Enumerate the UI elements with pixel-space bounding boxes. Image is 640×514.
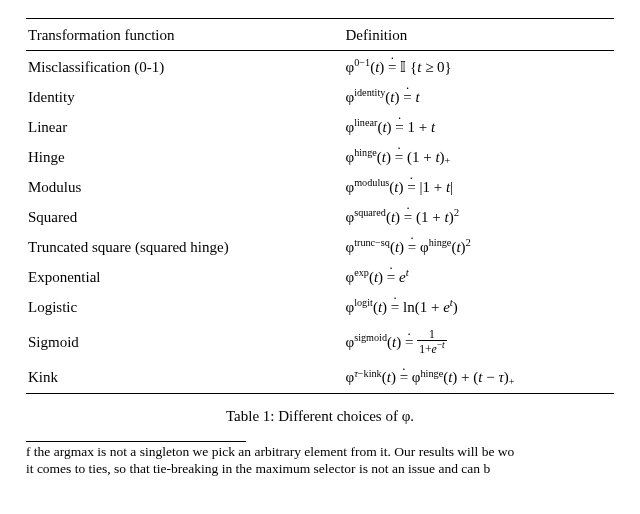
row-def: φhinge(t) = (1 + t)+ <box>344 142 614 172</box>
table-row: Exponential φexp(t) = et <box>26 262 614 292</box>
row-name: Sigmoid <box>26 322 344 363</box>
table-caption: Table 1: Different choices of φ. <box>26 394 614 441</box>
header-col2: Definition <box>344 19 614 51</box>
row-name: Kink <box>26 363 344 394</box>
footnote-rule <box>26 441 246 442</box>
header-col1: Transformation function <box>26 19 344 51</box>
row-name: Linear <box>26 112 344 142</box>
row-name: Squared <box>26 202 344 232</box>
row-def: φtrunc−sq(t) = φhinge(t)2 <box>344 232 614 262</box>
row-def: φlogit(t) = ln(1 + et) <box>344 292 614 322</box>
row-name: Misclassification (0-1) <box>26 51 344 83</box>
row-def: φsigmoid(t) = 11+e−t <box>344 322 614 363</box>
footnote-line: it comes to ties, so that tie-breaking i… <box>26 461 614 478</box>
row-name: Logistic <box>26 292 344 322</box>
table-row: Sigmoid φsigmoid(t) = 11+e−t <box>26 322 614 363</box>
footnote-line: f the argmax is not a singleton we pick … <box>26 444 614 461</box>
table-row: Identity φidentity(t) = t <box>26 82 614 112</box>
row-name: Modulus <box>26 172 344 202</box>
row-def: φ0−1(t) = 𝕀 {t ≥ 0} <box>344 51 614 83</box>
table-row: Squared φsquared(t) = (1 + t)2 <box>26 202 614 232</box>
table-row: Modulus φmodulus(t) = |1 + t| <box>26 172 614 202</box>
row-def: φsquared(t) = (1 + t)2 <box>344 202 614 232</box>
transformation-table: Transformation function Definition Miscl… <box>26 18 614 394</box>
row-def: φτ−kink(t) = φhinge(t) + (t − τ)+ <box>344 363 614 394</box>
table-row: Linear φlinear(t) = 1 + t <box>26 112 614 142</box>
row-name: Exponential <box>26 262 344 292</box>
row-def: φmodulus(t) = |1 + t| <box>344 172 614 202</box>
table-row: Truncated square (squared hinge) φtrunc−… <box>26 232 614 262</box>
table-row: Misclassification (0-1) φ0−1(t) = 𝕀 {t ≥… <box>26 51 614 83</box>
row-name: Identity <box>26 82 344 112</box>
row-def: φexp(t) = et <box>344 262 614 292</box>
row-def: φidentity(t) = t <box>344 82 614 112</box>
row-name: Truncated square (squared hinge) <box>26 232 344 262</box>
table-row: Hinge φhinge(t) = (1 + t)+ <box>26 142 614 172</box>
table-row: Kink φτ−kink(t) = φhinge(t) + (t − τ)+ <box>26 363 614 394</box>
row-name: Hinge <box>26 142 344 172</box>
row-def: φlinear(t) = 1 + t <box>344 112 614 142</box>
table-row: Logistic φlogit(t) = ln(1 + et) <box>26 292 614 322</box>
